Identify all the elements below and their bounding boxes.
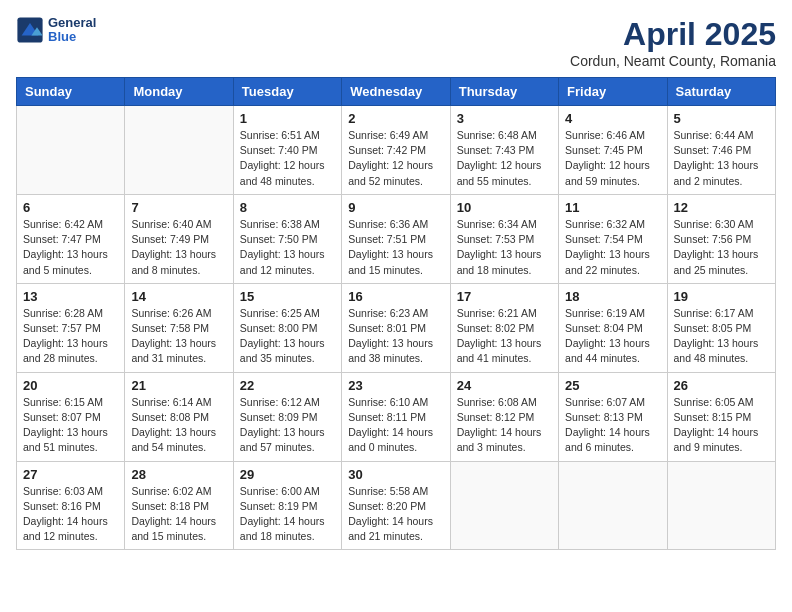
day-number: 22 xyxy=(240,378,335,393)
day-number: 8 xyxy=(240,200,335,215)
calendar-week-2: 6Sunrise: 6:42 AM Sunset: 7:47 PM Daylig… xyxy=(17,194,776,283)
logo-line1: General xyxy=(48,16,96,30)
calendar-cell: 22Sunrise: 6:12 AM Sunset: 8:09 PM Dayli… xyxy=(233,372,341,461)
day-info: Sunrise: 6:42 AM Sunset: 7:47 PM Dayligh… xyxy=(23,217,118,278)
day-number: 15 xyxy=(240,289,335,304)
day-info: Sunrise: 6:12 AM Sunset: 8:09 PM Dayligh… xyxy=(240,395,335,456)
day-number: 18 xyxy=(565,289,660,304)
calendar-cell xyxy=(450,461,558,550)
calendar-cell: 26Sunrise: 6:05 AM Sunset: 8:15 PM Dayli… xyxy=(667,372,775,461)
weekday-header-wednesday: Wednesday xyxy=(342,78,450,106)
day-number: 2 xyxy=(348,111,443,126)
calendar-cell xyxy=(125,106,233,195)
day-info: Sunrise: 6:44 AM Sunset: 7:46 PM Dayligh… xyxy=(674,128,769,189)
day-info: Sunrise: 6:17 AM Sunset: 8:05 PM Dayligh… xyxy=(674,306,769,367)
day-number: 24 xyxy=(457,378,552,393)
day-number: 29 xyxy=(240,467,335,482)
calendar-cell: 21Sunrise: 6:14 AM Sunset: 8:08 PM Dayli… xyxy=(125,372,233,461)
calendar-cell: 17Sunrise: 6:21 AM Sunset: 8:02 PM Dayli… xyxy=(450,283,558,372)
day-number: 23 xyxy=(348,378,443,393)
calendar-cell: 14Sunrise: 6:26 AM Sunset: 7:58 PM Dayli… xyxy=(125,283,233,372)
day-info: Sunrise: 6:25 AM Sunset: 8:00 PM Dayligh… xyxy=(240,306,335,367)
day-number: 3 xyxy=(457,111,552,126)
day-info: Sunrise: 6:40 AM Sunset: 7:49 PM Dayligh… xyxy=(131,217,226,278)
calendar-cell xyxy=(667,461,775,550)
day-number: 20 xyxy=(23,378,118,393)
logo-text: General Blue xyxy=(48,16,96,45)
calendar-cell: 25Sunrise: 6:07 AM Sunset: 8:13 PM Dayli… xyxy=(559,372,667,461)
calendar-cell: 30Sunrise: 5:58 AM Sunset: 8:20 PM Dayli… xyxy=(342,461,450,550)
day-info: Sunrise: 6:34 AM Sunset: 7:53 PM Dayligh… xyxy=(457,217,552,278)
day-info: Sunrise: 6:46 AM Sunset: 7:45 PM Dayligh… xyxy=(565,128,660,189)
day-number: 14 xyxy=(131,289,226,304)
day-number: 5 xyxy=(674,111,769,126)
day-info: Sunrise: 6:19 AM Sunset: 8:04 PM Dayligh… xyxy=(565,306,660,367)
day-info: Sunrise: 6:10 AM Sunset: 8:11 PM Dayligh… xyxy=(348,395,443,456)
main-title: April 2025 xyxy=(570,16,776,53)
calendar-cell: 10Sunrise: 6:34 AM Sunset: 7:53 PM Dayli… xyxy=(450,194,558,283)
calendar-cell: 8Sunrise: 6:38 AM Sunset: 7:50 PM Daylig… xyxy=(233,194,341,283)
day-info: Sunrise: 6:08 AM Sunset: 8:12 PM Dayligh… xyxy=(457,395,552,456)
weekday-header-tuesday: Tuesday xyxy=(233,78,341,106)
day-info: Sunrise: 6:32 AM Sunset: 7:54 PM Dayligh… xyxy=(565,217,660,278)
subtitle: Cordun, Neamt County, Romania xyxy=(570,53,776,69)
day-info: Sunrise: 6:14 AM Sunset: 8:08 PM Dayligh… xyxy=(131,395,226,456)
calendar-cell: 18Sunrise: 6:19 AM Sunset: 8:04 PM Dayli… xyxy=(559,283,667,372)
calendar-cell xyxy=(17,106,125,195)
logo-icon xyxy=(16,16,44,44)
day-number: 10 xyxy=(457,200,552,215)
logo: General Blue xyxy=(16,16,96,45)
day-info: Sunrise: 6:05 AM Sunset: 8:15 PM Dayligh… xyxy=(674,395,769,456)
calendar-cell: 11Sunrise: 6:32 AM Sunset: 7:54 PM Dayli… xyxy=(559,194,667,283)
calendar-cell: 20Sunrise: 6:15 AM Sunset: 8:07 PM Dayli… xyxy=(17,372,125,461)
calendar-cell: 19Sunrise: 6:17 AM Sunset: 8:05 PM Dayli… xyxy=(667,283,775,372)
title-block: April 2025 Cordun, Neamt County, Romania xyxy=(570,16,776,69)
day-info: Sunrise: 6:15 AM Sunset: 8:07 PM Dayligh… xyxy=(23,395,118,456)
calendar-cell: 7Sunrise: 6:40 AM Sunset: 7:49 PM Daylig… xyxy=(125,194,233,283)
weekday-header-thursday: Thursday xyxy=(450,78,558,106)
day-info: Sunrise: 6:07 AM Sunset: 8:13 PM Dayligh… xyxy=(565,395,660,456)
day-number: 1 xyxy=(240,111,335,126)
day-number: 4 xyxy=(565,111,660,126)
day-number: 19 xyxy=(674,289,769,304)
logo-line2: Blue xyxy=(48,30,96,44)
day-info: Sunrise: 6:51 AM Sunset: 7:40 PM Dayligh… xyxy=(240,128,335,189)
calendar-cell: 5Sunrise: 6:44 AM Sunset: 7:46 PM Daylig… xyxy=(667,106,775,195)
calendar-cell: 4Sunrise: 6:46 AM Sunset: 7:45 PM Daylig… xyxy=(559,106,667,195)
day-number: 9 xyxy=(348,200,443,215)
day-number: 21 xyxy=(131,378,226,393)
day-info: Sunrise: 6:26 AM Sunset: 7:58 PM Dayligh… xyxy=(131,306,226,367)
calendar-cell: 28Sunrise: 6:02 AM Sunset: 8:18 PM Dayli… xyxy=(125,461,233,550)
day-info: Sunrise: 6:36 AM Sunset: 7:51 PM Dayligh… xyxy=(348,217,443,278)
day-number: 11 xyxy=(565,200,660,215)
day-number: 25 xyxy=(565,378,660,393)
day-number: 28 xyxy=(131,467,226,482)
day-number: 7 xyxy=(131,200,226,215)
weekday-header-sunday: Sunday xyxy=(17,78,125,106)
calendar-cell xyxy=(559,461,667,550)
day-info: Sunrise: 6:23 AM Sunset: 8:01 PM Dayligh… xyxy=(348,306,443,367)
day-info: Sunrise: 6:30 AM Sunset: 7:56 PM Dayligh… xyxy=(674,217,769,278)
day-info: Sunrise: 6:02 AM Sunset: 8:18 PM Dayligh… xyxy=(131,484,226,545)
day-number: 17 xyxy=(457,289,552,304)
calendar-week-3: 13Sunrise: 6:28 AM Sunset: 7:57 PM Dayli… xyxy=(17,283,776,372)
day-number: 27 xyxy=(23,467,118,482)
calendar-cell: 3Sunrise: 6:48 AM Sunset: 7:43 PM Daylig… xyxy=(450,106,558,195)
calendar-cell: 16Sunrise: 6:23 AM Sunset: 8:01 PM Dayli… xyxy=(342,283,450,372)
day-info: Sunrise: 5:58 AM Sunset: 8:20 PM Dayligh… xyxy=(348,484,443,545)
day-info: Sunrise: 6:28 AM Sunset: 7:57 PM Dayligh… xyxy=(23,306,118,367)
day-info: Sunrise: 6:00 AM Sunset: 8:19 PM Dayligh… xyxy=(240,484,335,545)
calendar-cell: 6Sunrise: 6:42 AM Sunset: 7:47 PM Daylig… xyxy=(17,194,125,283)
calendar-cell: 9Sunrise: 6:36 AM Sunset: 7:51 PM Daylig… xyxy=(342,194,450,283)
day-number: 13 xyxy=(23,289,118,304)
weekday-header-saturday: Saturday xyxy=(667,78,775,106)
calendar-week-4: 20Sunrise: 6:15 AM Sunset: 8:07 PM Dayli… xyxy=(17,372,776,461)
weekday-header-row: SundayMondayTuesdayWednesdayThursdayFrid… xyxy=(17,78,776,106)
calendar-cell: 23Sunrise: 6:10 AM Sunset: 8:11 PM Dayli… xyxy=(342,372,450,461)
day-number: 12 xyxy=(674,200,769,215)
day-info: Sunrise: 6:03 AM Sunset: 8:16 PM Dayligh… xyxy=(23,484,118,545)
day-number: 30 xyxy=(348,467,443,482)
calendar-cell: 15Sunrise: 6:25 AM Sunset: 8:00 PM Dayli… xyxy=(233,283,341,372)
weekday-header-friday: Friday xyxy=(559,78,667,106)
calendar-cell: 27Sunrise: 6:03 AM Sunset: 8:16 PM Dayli… xyxy=(17,461,125,550)
